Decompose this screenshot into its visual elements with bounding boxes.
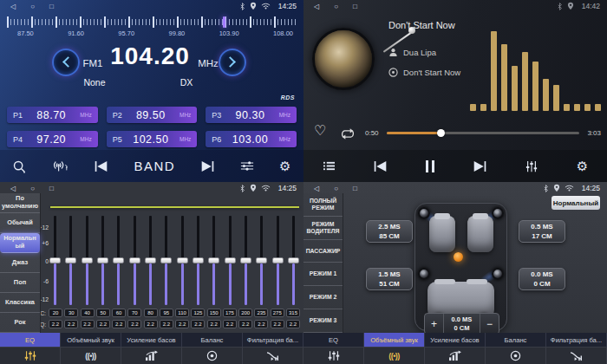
tab-balance[interactable]: Баланс bbox=[486, 333, 546, 347]
band-frequency-value[interactable]: 50 bbox=[96, 309, 110, 317]
band-q-value[interactable]: 2.2 bbox=[175, 320, 189, 328]
slider-handle[interactable] bbox=[49, 257, 61, 263]
band-frequency-value[interactable]: 125 bbox=[191, 309, 205, 317]
band-q-value[interactable]: 2.2 bbox=[191, 320, 205, 328]
surround-icon[interactable]: ((•)) bbox=[61, 348, 121, 364]
broadcast-antenna-icon[interactable] bbox=[51, 159, 69, 172]
dx-local-mode[interactable]: DX bbox=[169, 77, 204, 88]
slider-handle[interactable] bbox=[193, 257, 204, 263]
tab-eq[interactable]: EQ bbox=[0, 333, 61, 347]
balance-target-icon[interactable] bbox=[182, 348, 243, 364]
tab-bass-filter[interactable]: Фильтрация ба... bbox=[546, 333, 607, 347]
band-q-value[interactable]: 2.2 bbox=[254, 320, 268, 328]
tab-eq[interactable]: EQ bbox=[304, 333, 364, 347]
band-q-value[interactable]: 2.2 bbox=[238, 320, 252, 328]
home-icon[interactable]: ○ bbox=[334, 185, 338, 192]
delay-rear-right-button[interactable]: 0.0 MS 0 CM bbox=[519, 268, 565, 290]
slider-handle[interactable] bbox=[208, 257, 219, 263]
preset-button-1[interactable]: P188.70MHz bbox=[7, 107, 98, 123]
delay-front-right-button[interactable]: 0.5 MS 17 CM bbox=[519, 220, 565, 243]
band-q-value[interactable]: 2.2 bbox=[207, 320, 221, 328]
slider-handle[interactable] bbox=[160, 257, 172, 263]
delay-front-left-button[interactable]: 2.5 MS 85 CM bbox=[366, 220, 413, 243]
band-button[interactable]: BAND bbox=[134, 159, 175, 173]
home-icon[interactable]: ○ bbox=[30, 3, 35, 10]
sound-mode-item[interactable]: РЕЖИМ ВОДИТЕЛЯ bbox=[304, 217, 343, 240]
band-frequency-value[interactable]: 110 bbox=[175, 309, 189, 317]
band-frequency-value[interactable]: 40 bbox=[81, 309, 95, 317]
band-frequency-value[interactable]: 60 bbox=[112, 309, 126, 317]
recents-icon[interactable]: □ bbox=[49, 185, 54, 192]
slider-handle[interactable] bbox=[113, 257, 124, 263]
home-icon[interactable]: ○ bbox=[30, 185, 35, 192]
frequency-ruler[interactable] bbox=[7, 16, 297, 28]
sound-mode-item[interactable]: ПОЛНЫЙ РЕЖИМ bbox=[304, 193, 343, 217]
band-frequency-value[interactable]: 275 bbox=[271, 309, 284, 317]
band-q-value[interactable]: 2.2 bbox=[286, 320, 300, 328]
increase-delay-button[interactable]: + bbox=[425, 314, 444, 334]
settings-gear-icon[interactable]: ⚙ bbox=[577, 159, 588, 172]
slider-handle[interactable] bbox=[129, 257, 140, 263]
band-q-value[interactable]: 2.2 bbox=[49, 320, 62, 328]
band-frequency-value[interactable]: 150 bbox=[207, 309, 221, 317]
band-frequency-value[interactable]: 70 bbox=[127, 309, 141, 317]
tab-surround[interactable]: Объёмный звук bbox=[61, 333, 121, 347]
recents-icon[interactable]: □ bbox=[353, 185, 357, 192]
sound-profile-button[interactable]: Нормальный bbox=[552, 196, 600, 210]
preset-button-6[interactable]: P6103.00MHz bbox=[206, 131, 297, 147]
slider-handle[interactable] bbox=[177, 257, 188, 263]
slider-handle[interactable] bbox=[256, 257, 267, 263]
eq-preset-item[interactable]: Поп bbox=[0, 273, 40, 293]
settings-gear-icon[interactable]: ⚙ bbox=[279, 159, 290, 172]
search-icon[interactable] bbox=[12, 159, 26, 173]
eq-preset-item[interactable]: По умолчанию bbox=[0, 193, 40, 213]
sound-mode-item[interactable]: РЕЖИМ 1 bbox=[304, 263, 343, 286]
sound-mode-item[interactable]: РЕЖИМ 3 bbox=[304, 309, 343, 333]
band-q-value[interactable]: 2.2 bbox=[160, 320, 173, 328]
slider-handle[interactable] bbox=[145, 257, 156, 263]
eq-icon[interactable] bbox=[0, 348, 61, 364]
previous-station-icon[interactable] bbox=[94, 160, 108, 172]
decrease-delay-button[interactable]: − bbox=[480, 314, 499, 334]
band-frequency-value[interactable]: 95 bbox=[160, 309, 173, 317]
band-q-value[interactable]: 2.2 bbox=[64, 320, 78, 328]
band-q-value[interactable]: 2.2 bbox=[96, 320, 110, 328]
band-frequency-value[interactable]: 235 bbox=[254, 309, 268, 317]
pause-icon[interactable] bbox=[426, 160, 434, 172]
surround-icon[interactable]: ((•)) bbox=[364, 348, 425, 364]
progress-bar[interactable] bbox=[387, 132, 579, 134]
favorite-heart-icon[interactable]: ♡ bbox=[314, 122, 326, 139]
tab-bass-filter[interactable]: Фильтрация ба... bbox=[243, 333, 304, 347]
slider-handle[interactable] bbox=[240, 257, 251, 263]
preset-button-2[interactable]: P289.50MHz bbox=[107, 107, 198, 123]
band-frequency-value[interactable]: 315 bbox=[286, 309, 300, 317]
tab-balance[interactable]: Баланс bbox=[182, 333, 243, 347]
mixer-icon[interactable] bbox=[525, 160, 538, 172]
band-frequency-value[interactable]: 20 bbox=[49, 309, 62, 317]
tune-up-button[interactable] bbox=[219, 49, 246, 76]
eq-icon[interactable] bbox=[304, 348, 364, 364]
back-icon[interactable]: ◁ bbox=[314, 3, 319, 10]
sliders-icon[interactable] bbox=[240, 160, 254, 172]
home-icon[interactable]: ○ bbox=[334, 3, 338, 10]
band-q-value[interactable]: 2.2 bbox=[144, 320, 158, 328]
next-track-icon[interactable] bbox=[473, 160, 487, 172]
slider-handle[interactable] bbox=[65, 257, 76, 263]
tab-bass-boost[interactable]: Усиление басов bbox=[121, 333, 182, 347]
previous-track-icon[interactable] bbox=[373, 160, 388, 172]
slider-handle[interactable] bbox=[225, 257, 236, 263]
eq-preset-item[interactable]: Нормальный bbox=[0, 233, 40, 253]
band-frequency-value[interactable]: 200 bbox=[238, 309, 252, 317]
slider-handle[interactable] bbox=[272, 257, 284, 263]
playlist-icon[interactable] bbox=[323, 160, 336, 172]
back-icon[interactable]: ◁ bbox=[10, 185, 16, 192]
band-q-value[interactable]: 2.2 bbox=[223, 320, 237, 328]
slider-handle[interactable] bbox=[288, 257, 299, 263]
crossover-filter-icon[interactable] bbox=[243, 348, 304, 364]
bass-boost-icon[interactable] bbox=[121, 348, 182, 364]
sound-mode-item[interactable]: ПАССАЖИР bbox=[304, 240, 343, 263]
bass-boost-icon[interactable] bbox=[425, 348, 486, 364]
band-q-value[interactable]: 2.2 bbox=[81, 320, 95, 328]
eq-preset-item[interactable]: Джаз bbox=[0, 253, 40, 273]
tab-surround[interactable]: Объёмный звук bbox=[364, 333, 425, 347]
